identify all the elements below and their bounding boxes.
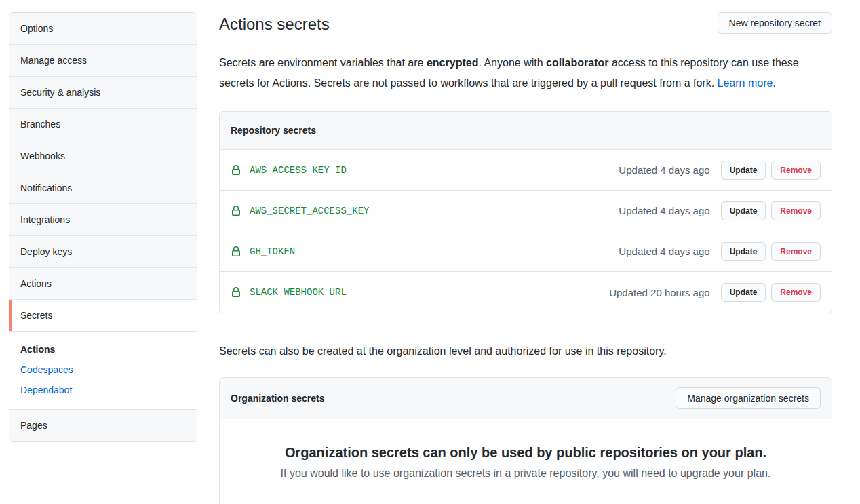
subnav-item-actions[interactable]: Actions xyxy=(20,343,186,356)
lock-icon xyxy=(231,287,241,298)
secret-updated: Updated 4 days ago xyxy=(619,205,709,216)
lock-icon xyxy=(231,246,241,257)
secret-name: AWS_SECRET_ACCESS_KEY xyxy=(250,206,369,216)
sidebar-item-deploy-keys[interactable]: Deploy keys xyxy=(9,236,197,268)
learn-more-link[interactable]: Learn more xyxy=(718,77,773,89)
secret-updated: Updated 4 days ago xyxy=(619,246,709,257)
manage-organization-secrets-button[interactable]: Manage organization secrets xyxy=(676,387,821,409)
main-header: Actions secrets New repository secret xyxy=(219,12,832,43)
secret-updated: Updated 4 days ago xyxy=(619,164,709,176)
repository-secrets-title: Repository secrets xyxy=(231,123,316,138)
remove-secret-button[interactable]: Remove xyxy=(771,283,821,302)
sidebar-item-manage-access[interactable]: Manage access xyxy=(9,45,197,77)
sidebar-item-options[interactable]: Options xyxy=(9,13,197,45)
sidebar-item-secrets[interactable]: Secrets xyxy=(9,300,197,332)
secret-name: AWS_ACCESS_KEY_ID xyxy=(250,165,347,176)
sidebar-item-notifications[interactable]: Notifications xyxy=(9,172,197,204)
secret-name: GH_TOKEN xyxy=(250,246,295,257)
secret-row: GH_TOKEN Updated 4 days ago Update Remov… xyxy=(220,231,832,272)
blankslate-description: If you would like to use organization se… xyxy=(247,465,804,482)
lock-icon xyxy=(231,165,241,176)
sidebar-item-pages[interactable]: Pages xyxy=(9,410,197,441)
secret-row: AWS_SECRET_ACCESS_KEY Updated 4 days ago… xyxy=(220,191,832,231)
blankslate-title: Organization secrets can only be used by… xyxy=(247,442,804,463)
intro-part1: Secrets are environment variables that a… xyxy=(219,57,427,69)
intro-bold-encrypted: encrypted xyxy=(427,57,478,69)
remove-secret-button[interactable]: Remove xyxy=(771,201,821,220)
organization-secrets-header: Organization secrets Manage organization… xyxy=(220,378,832,419)
remove-secret-button[interactable]: Remove xyxy=(771,242,821,261)
update-secret-button[interactable]: Update xyxy=(721,161,766,180)
secret-updated: Updated 20 hours ago xyxy=(609,287,709,298)
secret-row: AWS_ACCESS_KEY_ID Updated 4 days ago Upd… xyxy=(220,150,832,191)
update-secret-button[interactable]: Update xyxy=(721,283,766,302)
subnav-item-dependabot[interactable]: Dependabot xyxy=(20,383,186,397)
new-repository-secret-button[interactable]: New repository secret xyxy=(718,12,832,34)
sidebar-item-integrations[interactable]: Integrations xyxy=(9,204,197,236)
lock-icon xyxy=(231,206,241,216)
repository-secrets-header: Repository secrets xyxy=(220,112,832,150)
intro-text: Secrets are environment variables that a… xyxy=(219,53,832,94)
subnav-item-codespaces[interactable]: Codespaces xyxy=(20,363,186,376)
intro-bold-collaborator: collaborator xyxy=(546,57,608,69)
main-content: Actions secrets New repository secret Se… xyxy=(219,12,832,504)
organization-note: Secrets can also be created at the organ… xyxy=(219,343,832,360)
page-title: Actions secrets xyxy=(219,12,330,37)
settings-page: Options Manage access Security & analysi… xyxy=(0,0,860,504)
organization-secrets-box: Organization secrets Manage organization… xyxy=(219,377,832,504)
sidebar-item-webhooks[interactable]: Webhooks xyxy=(9,140,197,172)
intro-part4: . xyxy=(773,77,775,89)
secret-name: SLACK_WEBHOOK_URL xyxy=(250,287,347,298)
remove-secret-button[interactable]: Remove xyxy=(771,161,821,180)
settings-sidebar: Options Manage access Security & analysi… xyxy=(9,12,197,442)
intro-part2: . Anyone with xyxy=(478,57,546,69)
update-secret-button[interactable]: Update xyxy=(721,242,766,261)
sidebar-item-branches[interactable]: Branches xyxy=(9,109,197,140)
secrets-subnav: Actions Codespaces Dependabot xyxy=(9,332,197,410)
organization-secrets-blankslate: Organization secrets can only be used by… xyxy=(220,419,832,504)
sidebar-item-actions[interactable]: Actions xyxy=(9,268,197,300)
secret-row: SLACK_WEBHOOK_URL Updated 20 hours ago U… xyxy=(220,272,832,313)
update-secret-button[interactable]: Update xyxy=(721,201,766,220)
organization-secrets-title: Organization secrets xyxy=(231,391,325,406)
repository-secrets-box: Repository secrets AWS_ACCESS_KEY_ID Upd… xyxy=(219,111,832,313)
sidebar-item-security-analysis[interactable]: Security & analysis xyxy=(9,77,197,109)
